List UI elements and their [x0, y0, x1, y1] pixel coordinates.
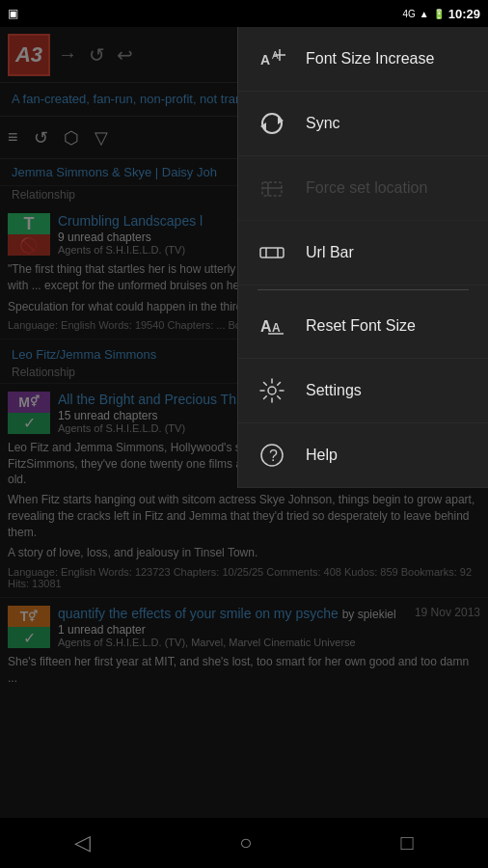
settings-label: Settings	[306, 382, 362, 399]
network-type: 4G	[403, 9, 416, 19]
svg-text:A: A	[260, 318, 272, 335]
sync-label: Sync	[306, 115, 340, 132]
menu-item-font-increase[interactable]: A A Font Size Increase	[238, 27, 488, 92]
battery-icon: 🔋	[433, 9, 445, 19]
force-location-label: Force set location	[306, 179, 427, 197]
help-icon: ?	[258, 441, 286, 470]
svg-rect-6	[262, 182, 282, 196]
font-increase-icon: A A	[258, 44, 286, 73]
notification-icon: ▣	[8, 7, 18, 20]
signal-icon: ▲	[420, 9, 429, 19]
svg-text:?: ?	[269, 448, 278, 464]
menu-item-help[interactable]: ? Help	[238, 423, 488, 488]
menu-item-reset-font[interactable]: A A Reset Font Size	[238, 294, 488, 359]
reset-font-icon: A A	[258, 312, 286, 340]
force-location-icon	[258, 174, 286, 203]
sync-icon	[258, 109, 286, 138]
menu-divider	[258, 289, 469, 290]
menu-item-force-location[interactable]: Force set location	[238, 156, 488, 221]
menu-item-settings[interactable]: Settings	[238, 359, 488, 423]
time-display: 10:29	[448, 7, 480, 21]
url-bar-label: Url Bar	[306, 244, 354, 261]
svg-rect-9	[260, 248, 284, 258]
reset-font-label: Reset Font Size	[306, 317, 416, 335]
menu-item-url-bar[interactable]: Url Bar	[238, 221, 488, 285]
menu-item-sync[interactable]: Sync	[238, 92, 488, 156]
svg-text:A: A	[260, 52, 270, 68]
url-bar-icon	[258, 238, 286, 267]
status-bar: ▣ 4G ▲ 🔋 10:29	[0, 0, 488, 27]
help-label: Help	[306, 447, 338, 464]
svg-text:A: A	[272, 321, 281, 335]
dropdown-menu: A A Font Size Increase Sync	[237, 27, 488, 488]
svg-point-15	[268, 387, 276, 394]
settings-icon	[258, 376, 286, 405]
font-increase-label: Font Size Increase	[306, 50, 434, 68]
